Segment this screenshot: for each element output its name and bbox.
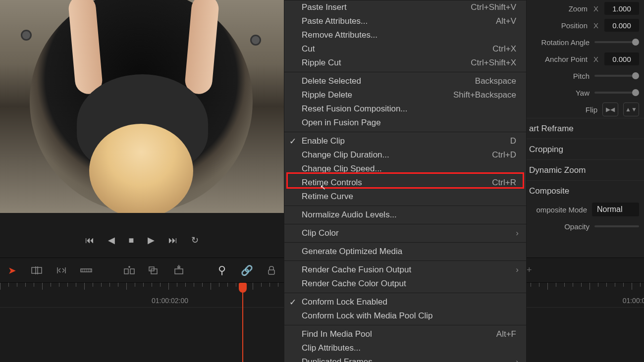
check-icon: ✓ (289, 136, 296, 147)
menu-item-label: Normalize Audio Levels... (302, 210, 526, 220)
playhead[interactable] (242, 284, 243, 362)
menu-item-render-cache-color-output[interactable]: Render Cache Color Output (284, 277, 526, 291)
menu-item-clip-color[interactable]: Clip Color› (284, 226, 526, 240)
menu-item-label: Duplicated Frames (302, 357, 526, 362)
last-frame-button[interactable]: ⏭ (168, 235, 177, 246)
razor-icon[interactable] (79, 263, 93, 277)
menu-item-label: Delete Selected (302, 76, 475, 86)
smart-reframe-section[interactable]: art Reframe (527, 118, 644, 139)
axis-label: X (592, 4, 599, 13)
menu-item-label: Enable Clip (302, 136, 510, 146)
menu-item-open-in-fusion-page[interactable]: Open in Fusion Page (284, 116, 526, 130)
menu-item-find-in-media-pool[interactable]: Find In Media PoolAlt+F (284, 327, 526, 341)
link-icon[interactable]: 🔗 (240, 263, 254, 277)
playhead-handle[interactable] (239, 283, 247, 293)
add-track-icon[interactable]: + (527, 265, 532, 275)
slider-knob[interactable] (632, 39, 639, 46)
yaw-slider[interactable] (594, 92, 639, 94)
menu-item-label: Retime Controls (302, 178, 492, 188)
menu-item-label: Ripple Cut (302, 58, 471, 68)
slider-knob[interactable] (632, 89, 639, 96)
preview-content (21, 30, 32, 41)
menu-item-paste-insert[interactable]: Paste InsertCtrl+Shift+V (284, 0, 526, 14)
menu-item-label: Conform Lock with Media Pool Clip (302, 311, 526, 321)
yaw-label: Yaw (527, 89, 590, 97)
menu-item-change-clip-speed[interactable]: Change Clip Speed... (284, 162, 526, 176)
menu-item-cut[interactable]: CutCtrl+X (284, 42, 526, 56)
flip-label: Flip (527, 105, 597, 114)
composite-mode-dropdown[interactable]: Normal (592, 203, 639, 216)
menu-item-label: Conform Lock Enabled (302, 297, 526, 307)
pitch-slider[interactable] (594, 75, 639, 77)
axis-label: X (592, 55, 599, 63)
stop-button[interactable]: ■ (129, 235, 134, 246)
zoom-label: Zoom (527, 4, 588, 13)
replace-clip-icon[interactable] (172, 263, 186, 277)
menu-item-change-clip-duration[interactable]: Change Clip Duration...Ctrl+D (284, 148, 526, 162)
menu-item-delete-selected[interactable]: Delete SelectedBackspace (284, 74, 526, 88)
menu-item-label: Paste Insert (302, 2, 471, 12)
clip-context-menu: Paste InsertCtrl+Shift+VPaste Attributes… (284, 0, 527, 362)
preview-content (250, 35, 261, 46)
menu-item-remove-attributes[interactable]: Remove Attributes... (284, 28, 526, 42)
blade-edit-icon[interactable] (30, 263, 44, 277)
menu-item-label: Render Cache Fusion Output (302, 265, 526, 275)
menu-item-paste-attributes[interactable]: Paste Attributes...Alt+V (284, 14, 526, 28)
timecode-label: 01:00:02:00 (152, 297, 188, 305)
trim-edit-icon[interactable] (54, 263, 68, 277)
menu-item-label: Change Clip Duration... (302, 150, 492, 160)
axis-label: X (592, 21, 599, 30)
loop-button[interactable]: ↻ (191, 235, 199, 246)
menu-shortcut: Ctrl+X (492, 44, 526, 54)
rotation-label: Rotation Angle (527, 38, 590, 47)
menu-item-label: Clip Attributes... (302, 343, 526, 353)
menu-shortcut: Shift+Backspace (453, 90, 526, 100)
menu-item-generate-optimized-media[interactable]: Generate Optimized Media (284, 245, 526, 259)
svg-rect-7 (268, 270, 274, 274)
flip-horizontal-button[interactable]: ▶◀ (602, 103, 618, 116)
menu-item-render-cache-fusion-output[interactable]: Render Cache Fusion Output› (284, 263, 526, 277)
menu-item-clip-attributes[interactable]: Clip Attributes... (284, 341, 526, 355)
menu-item-conform-lock-enabled[interactable]: ✓Conform Lock Enabled (284, 295, 526, 309)
rotation-slider[interactable] (594, 41, 639, 43)
anchor-label: Anchor Point (527, 55, 588, 63)
composite-mode-label: omposite Mode (527, 206, 587, 214)
menu-item-ripple-cut[interactable]: Ripple CutCtrl+Shift+X (284, 56, 526, 70)
position-x-input[interactable]: 0.000 (604, 19, 639, 32)
insert-clip-icon[interactable] (122, 263, 136, 277)
menu-item-conform-lock-with-media-pool-clip[interactable]: Conform Lock with Media Pool Clip (284, 309, 526, 323)
anchor-x-input[interactable]: 0.000 (604, 52, 639, 65)
dynamic-zoom-section[interactable]: Dynamic Zoom (527, 159, 644, 180)
preview-content (89, 124, 193, 213)
cropping-section[interactable]: Cropping (527, 139, 644, 159)
first-frame-button[interactable]: ⏮ (85, 235, 94, 246)
snap-icon[interactable]: ⚲ (215, 263, 229, 277)
menu-item-reset-fusion-composition[interactable]: Reset Fusion Composition... (284, 102, 526, 116)
overwrite-clip-icon[interactable] (147, 263, 161, 277)
position-label: Position (527, 21, 588, 30)
selection-tool-icon[interactable]: ➤ (5, 263, 19, 277)
submenu-arrow-icon: › (516, 228, 519, 238)
zoom-x-input[interactable]: 1.000 (604, 2, 639, 15)
flip-vertical-button[interactable]: ▲▼ (623, 103, 639, 116)
menu-item-ripple-delete[interactable]: Ripple DeleteShift+Backspace (284, 88, 526, 102)
menu-item-retime-controls[interactable]: Retime ControlsCtrl+R (284, 176, 526, 190)
svg-rect-2 (124, 269, 128, 274)
lock-icon[interactable] (265, 263, 278, 277)
menu-item-normalize-audio-levels[interactable]: Normalize Audio Levels... (284, 208, 526, 222)
menu-item-retime-curve[interactable]: Retime Curve (284, 190, 526, 204)
menu-item-duplicated-frames[interactable]: Duplicated Frames› (284, 355, 526, 362)
menu-item-enable-clip[interactable]: ✓Enable ClipD (284, 134, 526, 148)
menu-item-label: Retime Curve (302, 192, 526, 202)
composite-section[interactable]: Composite (527, 180, 644, 201)
menu-shortcut: Ctrl+Shift+V (471, 2, 526, 12)
prev-frame-button[interactable]: ◀ (108, 235, 115, 246)
submenu-arrow-icon: › (516, 357, 519, 362)
opacity-slider[interactable] (594, 225, 639, 227)
menu-shortcut: Ctrl+R (492, 178, 526, 188)
menu-item-label: Remove Attributes... (302, 30, 526, 40)
menu-item-label: Ripple Delete (302, 90, 453, 100)
play-button[interactable]: ▶ (148, 235, 155, 246)
menu-item-label: Paste Attributes... (302, 16, 496, 26)
slider-knob[interactable] (632, 72, 639, 79)
